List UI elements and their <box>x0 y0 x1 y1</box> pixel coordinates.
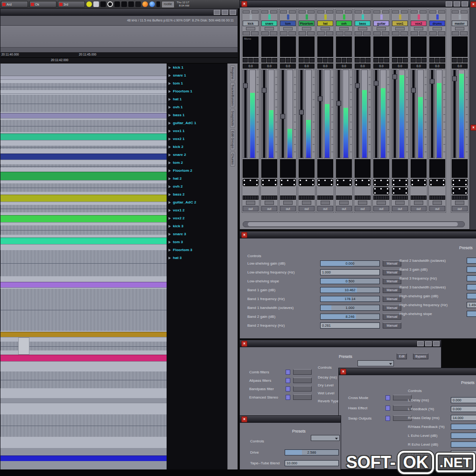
audio-region[interactable] <box>0 244 167 282</box>
maximize-icon[interactable] <box>425 341 432 346</box>
mute-mini-button[interactable] <box>304 58 309 63</box>
warmth-titlebar[interactable]: x <box>240 416 341 423</box>
expand-arrow-icon[interactable] <box>168 241 171 244</box>
output-route-button[interactable]: out <box>429 206 445 211</box>
output-button[interactable] <box>326 10 333 14</box>
output-route-button[interactable]: out <box>373 206 389 211</box>
list-item[interactable]: kick 3 <box>167 222 227 230</box>
param-entry[interactable]: 0.000 <box>451 397 476 403</box>
strip-name-button[interactable]: hat <box>317 21 333 26</box>
solo-mini-button[interactable] <box>328 58 333 63</box>
gain-display[interactable]: 0.0 <box>299 63 315 69</box>
tab-edit-groups[interactable]: Edit Groups <box>230 129 235 150</box>
metering-point-button[interactable] <box>455 201 464 205</box>
gain-display[interactable]: 0.0 <box>280 63 296 69</box>
panner[interactable] <box>373 179 389 186</box>
solo-button[interactable] <box>326 31 333 35</box>
mute-mini-button[interactable] <box>435 58 440 63</box>
input-button[interactable] <box>429 10 436 14</box>
timeline-ruler-smpte[interactable]: 20:11:42.000 <box>0 58 238 63</box>
checkbox[interactable] <box>286 395 290 400</box>
solo-mini-button[interactable] <box>291 58 296 63</box>
gain-display[interactable]: 0.0 <box>373 63 389 69</box>
browser-icon[interactable] <box>149 1 155 7</box>
mute-button[interactable] <box>299 31 306 35</box>
taskbar-window-button[interactable]: 3rd <box>58 1 85 7</box>
maximize-icon[interactable] <box>454 1 460 7</box>
gain-fader[interactable] <box>392 70 398 158</box>
track-color-bar[interactable] <box>0 355 167 361</box>
fader-thumb[interactable] <box>299 110 304 115</box>
gain-display[interactable]: 0.0 <box>243 63 259 69</box>
group-button[interactable] <box>283 27 293 30</box>
audio-region[interactable] <box>0 160 167 172</box>
close-icon[interactable]: x <box>241 232 247 238</box>
list-item[interactable]: vox1 1 <box>167 127 227 135</box>
list-item[interactable]: guitar_AdC 2 <box>167 198 227 206</box>
audio-region[interactable] <box>0 361 167 398</box>
mute-button[interactable] <box>243 31 250 35</box>
expand-arrow-icon[interactable] <box>168 209 171 212</box>
post-fader-processor-box[interactable] <box>243 159 259 178</box>
solo-button[interactable] <box>438 31 445 35</box>
param-slider[interactable]: 0.000 <box>320 260 380 266</box>
minimize-icon[interactable] <box>417 341 424 346</box>
solo-button[interactable] <box>419 31 427 35</box>
track-color-bar[interactable] <box>0 172 167 180</box>
manual-button[interactable]: Manual <box>383 278 401 284</box>
pre-fader-processor-box[interactable] <box>452 36 468 57</box>
list-item[interactable]: ovh 2 <box>167 182 227 190</box>
list-item[interactable]: bass 2 <box>167 190 227 198</box>
post-fader-processor-box[interactable] <box>355 159 371 178</box>
strip-name-button[interactable]: drums <box>429 21 445 26</box>
checkbox[interactable] <box>385 406 390 411</box>
minimize-icon[interactable] <box>214 10 220 15</box>
solo-button[interactable] <box>288 31 296 35</box>
tab-snapshots[interactable]: Snapshots <box>230 109 235 128</box>
gain-fader[interactable] <box>452 70 457 158</box>
taskbar-window-button[interactable]: Ok <box>29 1 56 7</box>
fader-thumb[interactable] <box>336 101 341 106</box>
expand-arrow-icon[interactable] <box>168 74 171 77</box>
param-slider[interactable] <box>467 275 476 281</box>
solo-button[interactable] <box>251 31 259 35</box>
audio-region[interactable] <box>0 180 167 195</box>
group-button[interactable] <box>265 27 274 30</box>
mute-button[interactable] <box>429 31 437 35</box>
metering-point-button[interactable] <box>321 201 330 205</box>
group-button[interactable] <box>455 27 464 30</box>
audio-region[interactable] <box>0 287 167 332</box>
expand-arrow-icon[interactable] <box>168 138 171 140</box>
audio-region[interactable] <box>0 93 167 113</box>
gain-fader[interactable] <box>336 70 342 158</box>
checkbox[interactable] <box>286 378 290 383</box>
track-color-bar[interactable] <box>0 455 167 461</box>
expand-arrow-icon[interactable] <box>168 193 171 196</box>
checkbox[interactable] <box>385 395 390 400</box>
manual-button[interactable]: Manual <box>383 260 401 266</box>
strip-name-button[interactable]: bass <box>355 21 371 26</box>
pre-fader-processor-box[interactable] <box>392 36 408 57</box>
rec-button[interactable] <box>373 58 378 63</box>
gain-display[interactable]: 0.0 <box>317 63 333 69</box>
gain-display[interactable]: 0.0 <box>392 63 408 69</box>
solo-mini-button[interactable] <box>365 58 371 63</box>
panner[interactable] <box>299 179 315 186</box>
input-button[interactable] <box>261 10 268 14</box>
pre-fader-processor-box[interactable] <box>373 36 389 57</box>
tab-tracks-busses[interactable]: Tracks/Busses <box>230 83 235 108</box>
strip-name-button[interactable]: guitar <box>373 21 389 26</box>
record-icon[interactable] <box>107 1 113 7</box>
post-fader-processor-box[interactable] <box>429 159 445 178</box>
output-route-button[interactable]: out <box>299 206 315 211</box>
track-color-bar[interactable] <box>0 282 167 287</box>
list-item[interactable]: ovh 1 <box>167 103 227 111</box>
param-slider[interactable] <box>451 424 476 430</box>
rec-button[interactable] <box>355 58 360 63</box>
output-button[interactable] <box>364 10 371 14</box>
strip-name-button[interactable]: vox1 <box>392 21 408 26</box>
pre-fader-processor-box[interactable] <box>429 36 445 57</box>
input-button[interactable] <box>355 10 362 14</box>
output-button[interactable] <box>270 10 277 14</box>
panner[interactable] <box>280 179 296 186</box>
